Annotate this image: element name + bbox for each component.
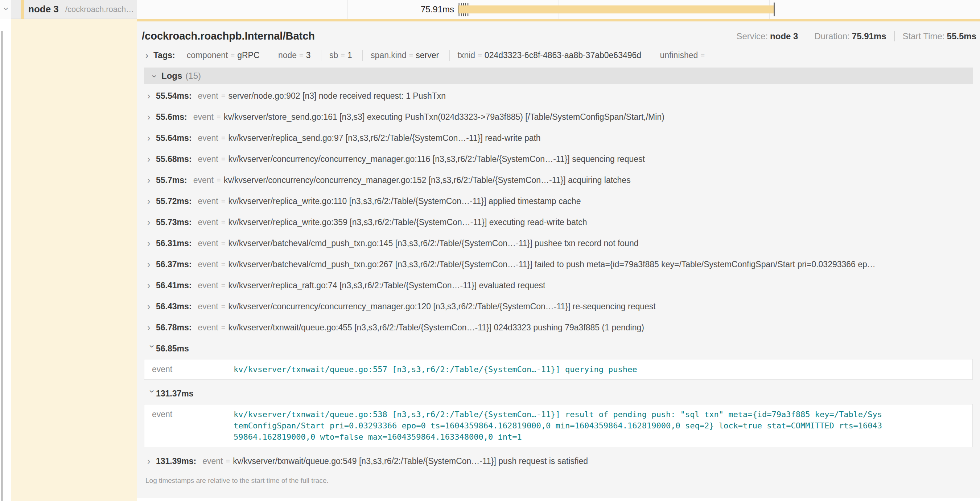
log-field-name: event (198, 196, 218, 206)
log-message: kv/kvserver/replica_send.go:97 [n3,s3,r6… (228, 133, 541, 143)
equals-sign: = (221, 239, 226, 247)
equals-sign: = (221, 197, 226, 206)
logs-header[interactable]: › Logs (15) (144, 67, 973, 84)
log-message: kv/kvserver/txnwait/queue.go:455 [n3,s3,… (228, 323, 644, 333)
log-row-expanded: › 131.37ms event kv/kvserver/txnwait/que… (144, 383, 973, 447)
log-row[interactable]: › 55.7ms: event = kv/kvserver/concurrenc… (144, 169, 973, 191)
chevron-right-icon[interactable]: › (147, 457, 156, 466)
chevron-right-icon[interactable]: › (147, 134, 156, 143)
log-message: kv/kvserver/store_send.go:161 [n3,s3] ex… (224, 112, 665, 122)
meta-duration: Duration:75.91ms (806, 31, 886, 41)
log-field-name: event (193, 112, 214, 122)
chevron-down-icon[interactable]: › (148, 389, 157, 398)
trace-timeline-view: › node 3 /cockroach.roach… 75.91ms /cock… (0, 0, 980, 501)
log-row-header[interactable]: › 131.37ms (144, 383, 973, 404)
span-color-bar (21, 0, 24, 19)
tag-item: component = gRPC (179, 50, 268, 61)
log-message: kv/kvserver/txnwait/queue.go:538 [n3,s3,… (234, 409, 883, 442)
log-message: kv/kvserver/replica_raft.go:74 [n3,s3,r6… (228, 281, 545, 290)
equals-sign: = (221, 155, 226, 163)
span-name-cell[interactable]: node 3 /cockroach.roach… (11, 0, 137, 19)
log-timestamp: 56.37ms: (156, 260, 191, 270)
tag-key: txnid (458, 51, 476, 60)
log-rows: › 55.54ms: event = server/node.go:902 [n… (144, 85, 973, 472)
chevron-right-icon[interactable]: › (145, 51, 148, 60)
chevron-right-icon[interactable]: › (147, 197, 156, 206)
log-field-name: event (198, 91, 218, 101)
span-operation-name: /cockroach.roach… (65, 5, 134, 14)
log-message: kv/kvserver/replica_write.go:110 [n3,s3,… (228, 196, 581, 206)
equals-sign: = (221, 302, 226, 311)
span-meta: Service:node 3 Duration:75.91ms Start Ti… (736, 31, 976, 41)
chevron-right-icon[interactable]: › (147, 113, 156, 121)
chevron-right-icon[interactable]: › (147, 260, 156, 269)
tag-item: txnid = 024d3323-6c8f-4863-aa8b-37ab0e63… (449, 50, 649, 61)
tag-item: node = 3 (270, 50, 319, 61)
log-timestamp: 55.73ms: (156, 217, 191, 227)
span-tree-highlight-column (11, 19, 137, 501)
log-field-name: event (198, 281, 218, 290)
log-row[interactable]: › 55.6ms: event = kv/kvserver/store_send… (144, 106, 973, 128)
log-field-name: event (193, 176, 214, 185)
log-row-expanded: › 56.85ms event kv/kvserver/txnwait/queu… (144, 338, 973, 380)
log-row[interactable]: › 55.68ms: event = kv/kvserver/concurren… (144, 148, 973, 169)
log-message: kv/kvserver/batcheval/cmd_push_txn.go:26… (228, 260, 875, 270)
tag-value: 3 (306, 51, 311, 60)
span-row: › node 3 /cockroach.roach… 75.91ms (0, 0, 980, 19)
log-timestamp: 55.68ms: (156, 154, 191, 164)
span-service-name: node 3 (28, 4, 59, 15)
log-timestamp: 56.78ms: (156, 323, 191, 333)
log-message: kv/kvserver/concurrency/concurrency_mana… (228, 154, 644, 164)
tag-key: span.kind (371, 51, 406, 60)
tags-row[interactable]: › Tags: component = gRPC node = 3 sb = 1… (137, 42, 980, 61)
log-row[interactable]: › 55.54ms: event = server/node.go:902 [n… (144, 85, 973, 106)
left-scrollbar[interactable] (2, 31, 3, 501)
span-duration-bar[interactable] (458, 5, 774, 13)
log-row-header[interactable]: › 56.85ms (144, 338, 973, 359)
chevron-right-icon[interactable]: › (147, 302, 156, 311)
logs-count: (15) (185, 71, 201, 81)
tag-key: unfinished (660, 51, 698, 60)
log-timestamp: 55.64ms: (156, 133, 191, 143)
span-detail-header: /cockroach.roachpb.Internal/Batch Servic… (137, 21, 980, 42)
log-row[interactable]: › 55.72ms: event = kv/kvserver/replica_w… (144, 191, 973, 212)
log-row[interactable]: › 56.37ms: event = kv/kvserver/batcheval… (144, 254, 973, 275)
chevron-down-icon[interactable]: › (148, 345, 157, 353)
log-field-name: event (198, 133, 218, 143)
log-row[interactable]: › 131.39ms: event = kv/kvserver/txnwait/… (144, 450, 973, 472)
tag-value: gRPC (237, 51, 259, 60)
collapse-children-chevron-icon[interactable]: › (2, 7, 11, 11)
log-row[interactable]: › 55.64ms: event = kv/kvserver/replica_s… (144, 128, 973, 148)
log-row[interactable]: › 56.41ms: event = kv/kvserver/replica_r… (144, 275, 973, 296)
tag-item: unfinished = (652, 50, 716, 61)
log-timestamp: 55.54ms: (156, 91, 191, 101)
equals-sign: = (221, 134, 226, 142)
timeline-gridline (347, 0, 348, 19)
chevron-right-icon[interactable]: › (147, 176, 156, 185)
log-message: kv/kvserver/batcheval/cmd_push_txn.go:14… (228, 239, 638, 248)
tag-item: span.kind = server (362, 50, 447, 61)
log-message: kv/kvserver/txnwait/queue.go:549 [n3,s3,… (233, 456, 588, 466)
chevron-right-icon[interactable]: › (147, 155, 156, 164)
log-field-name: event (198, 154, 218, 164)
chevron-right-icon[interactable]: › (147, 218, 156, 227)
tag-item: sb = 1 (321, 50, 360, 61)
logs-title: Logs (161, 71, 182, 81)
chevron-right-icon[interactable]: › (147, 323, 156, 332)
log-row[interactable]: › 56.31ms: event = kv/kvserver/batcheval… (144, 233, 973, 254)
log-row[interactable]: › 55.73ms: event = kv/kvserver/replica_w… (144, 212, 973, 233)
log-row[interactable]: › 56.78ms: event = kv/kvserver/txnwait/q… (144, 317, 973, 338)
tag-key: sb (329, 51, 338, 60)
log-timestamp: 56.85ms (156, 344, 189, 354)
chevron-right-icon[interactable]: › (147, 91, 156, 101)
log-field-name: event (198, 217, 218, 227)
equals-sign: = (216, 113, 221, 121)
span-detail-panel: /cockroach.roachpb.Internal/Batch Servic… (137, 19, 980, 498)
chevron-right-icon[interactable]: › (147, 239, 156, 248)
log-timestamp: 56.43ms: (156, 302, 191, 311)
tag-value: 024d3323-6c8f-4863-aa8b-37ab0e63496d (485, 51, 641, 60)
log-timestamp: 131.39ms: (156, 456, 196, 466)
chevron-down-icon[interactable]: › (150, 75, 159, 78)
log-row[interactable]: › 56.43ms: event = kv/kvserver/concurren… (144, 296, 973, 317)
chevron-right-icon[interactable]: › (147, 281, 156, 290)
